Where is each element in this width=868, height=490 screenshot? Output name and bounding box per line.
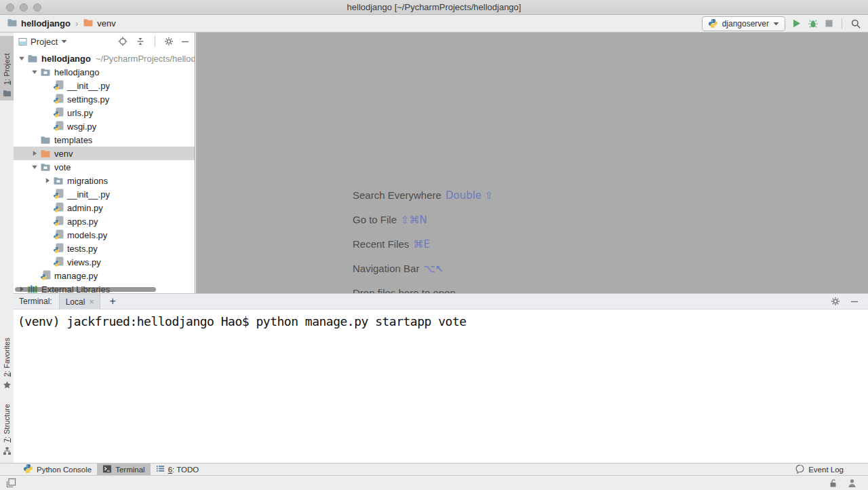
panel-settings-button[interactable]	[164, 37, 174, 46]
shortcut-keys: Double ⇧	[446, 189, 494, 202]
project-panel-header: Project	[14, 33, 195, 50]
toolwindow-button-event-log[interactable]: Event Log	[790, 464, 849, 475]
tree-down-arrow-icon[interactable]	[16, 55, 27, 62]
tree-row-vote[interactable]: vote	[14, 160, 195, 174]
folder-package-icon	[40, 162, 51, 172]
terminal-output[interactable]: (venv) jackfrued:hellodjango Hao$ python…	[14, 309, 868, 328]
toolwindow-button-terminal[interactable]: Terminal	[97, 464, 150, 475]
toolbar-divider	[842, 18, 842, 29]
tree-row-models.py[interactable]: models.py	[14, 228, 195, 242]
tree-row-wsgi.py[interactable]: wsgi.py	[14, 119, 195, 133]
title-bar: hellodjango [~/PycharmProjects/hellodjan…	[0, 0, 868, 15]
tree-item-label: __init__.py	[67, 189, 110, 200]
folder-orange-icon	[40, 148, 51, 159]
tree-row-apps.py[interactable]: apps.py	[14, 214, 195, 228]
tree-row-settings.py[interactable]: settings.py	[14, 92, 195, 106]
horizontal-scrollbar[interactable]	[15, 287, 156, 292]
traffic-lights	[6, 3, 41, 12]
tree-row-urls.py[interactable]: urls.py	[14, 106, 195, 119]
tree-row-venv[interactable]: venv	[14, 147, 195, 160]
shortcut-action: Go to File	[353, 214, 397, 225]
collapse-all-button[interactable]	[135, 36, 146, 47]
python-file-icon	[53, 94, 64, 105]
debug-button[interactable]	[808, 18, 818, 29]
hide-terminal-button[interactable]	[850, 297, 859, 306]
tree-row-admin.py[interactable]: admin.py	[14, 201, 195, 214]
python-file-icon	[53, 121, 64, 132]
shortcut-action: Navigation Bar	[353, 263, 419, 274]
breadcrumb: hellodjango›venv	[7, 17, 116, 30]
toolwindow-button-python-console[interactable]: Python Console	[18, 464, 97, 475]
shortcut-hint: Search EverywhereDouble ⇧	[353, 183, 493, 208]
editor-area: Search EverywhereDouble ⇧Go to File⇧⌘NRe…	[196, 33, 868, 293]
minimize-window-button[interactable]	[20, 3, 28, 12]
toolwindow-button-label: 6: TODO	[168, 466, 199, 474]
terminal-tab-label: Local	[66, 297, 85, 307]
folder-package-icon	[40, 67, 51, 77]
close-tab-icon[interactable]: ×	[89, 297, 94, 307]
tree-right-arrow-icon[interactable]	[29, 150, 40, 157]
tree-row-migrations[interactable]: migrations	[14, 174, 195, 187]
stripe-tab--favorites[interactable]: 2: Favorites	[0, 330, 14, 392]
zoom-window-button[interactable]	[33, 3, 41, 12]
run-toolbar: djangoserver	[702, 16, 861, 31]
python-file-icon	[40, 270, 51, 281]
breadcrumb-item-venv[interactable]: venv	[83, 17, 115, 30]
locate-file-button[interactable]	[117, 36, 128, 47]
inspections-profile-icon[interactable]	[848, 478, 856, 488]
tree-item-label: settings.py	[67, 94, 109, 105]
unlocked-padlock-icon[interactable]	[829, 478, 837, 488]
tree-row-views.py[interactable]: views.py	[14, 255, 195, 269]
tree-down-arrow-icon[interactable]	[29, 164, 40, 170]
python-file-icon	[53, 229, 64, 240]
python-file-icon	[53, 189, 64, 200]
status-bar	[0, 475, 868, 490]
tree-row-manage.py[interactable]: manage.py	[14, 269, 195, 282]
python-file-icon	[53, 243, 64, 254]
shortcut-action: Recent Files	[353, 238, 409, 250]
python-file-icon	[53, 80, 64, 91]
shortcut-keys: ⌥↖	[423, 263, 443, 275]
tree-item-label: apps.py	[67, 216, 98, 227]
todo-icon	[156, 464, 165, 474]
search-everywhere-button[interactable]	[850, 18, 861, 29]
chevron-down-icon	[773, 22, 779, 26]
breadcrumb-label: venv	[97, 18, 115, 29]
toolwindow-button-label: Python Console	[37, 466, 92, 474]
tree-down-arrow-icon[interactable]	[29, 69, 40, 75]
tree-item-label: wsgi.py	[67, 121, 96, 132]
toolwindow-button--todo[interactable]: 6: TODO	[151, 464, 205, 475]
tree-right-arrow-icon[interactable]	[42, 177, 53, 184]
terminal-tab-local[interactable]: Local×	[59, 294, 101, 309]
python-logo-icon	[23, 464, 33, 475]
new-terminal-tab-button[interactable]: +	[109, 295, 115, 307]
chevron-down-icon	[61, 39, 67, 43]
tree-row-tests.py[interactable]: tests.py	[14, 242, 195, 255]
toolwindow-button-label: Event Log	[808, 466, 844, 474]
tree-row-hellodjango[interactable]: hellodjango~/PycharmProjects/hellodjango	[14, 52, 195, 65]
project-view-selector[interactable]: Project	[31, 37, 58, 47]
shortcut-keys: ⌘E	[413, 238, 429, 250]
terminal-header: Terminal: Local× +	[14, 294, 868, 309]
terminal-icon	[102, 464, 112, 475]
tree-row-__init__.py[interactable]: __init__.py	[14, 79, 195, 92]
hide-panel-button[interactable]	[180, 37, 190, 46]
tree-row-hellodjango[interactable]: hellodjango	[14, 65, 195, 79]
breadcrumb-separator: ›	[75, 18, 78, 29]
folder-blue-icon	[7, 17, 18, 30]
close-window-button[interactable]	[6, 3, 14, 12]
tree-row-__init__.py[interactable]: __init__.py	[14, 187, 195, 201]
terminal-settings-button[interactable]	[831, 297, 840, 306]
tree-row-templates[interactable]: templates	[14, 133, 195, 147]
terminal-prompt-line: (venv) jackfrued:hellodjango Hao$ python…	[18, 314, 467, 328]
run-configuration-select[interactable]: djangoserver	[702, 16, 785, 31]
stripe-tab--structure[interactable]: 7: Structure	[0, 394, 14, 458]
breadcrumb-item-hellodjango[interactable]: hellodjango	[7, 17, 71, 30]
toolwindow-button-label: Terminal	[115, 466, 144, 474]
stop-button[interactable]	[825, 19, 833, 28]
stripe-tab--project[interactable]: 1: Project	[0, 36, 14, 100]
tree-item-label: hellodjango	[41, 54, 91, 64]
run-button[interactable]	[791, 18, 802, 29]
toolwindow-toggle-icon[interactable]	[6, 478, 16, 488]
structure-icon	[3, 447, 12, 455]
